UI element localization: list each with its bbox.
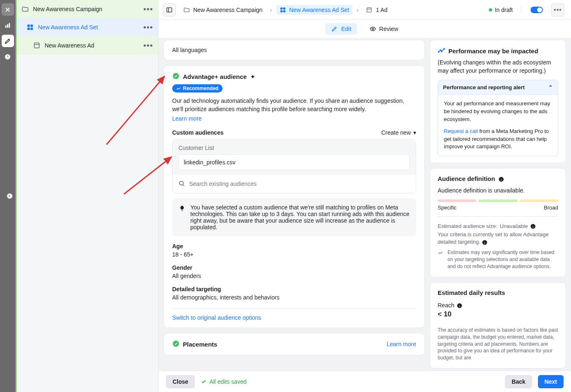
criteria-note: Your criteria is currently set to allow … xyxy=(438,231,549,245)
center-pane: All languages Advantage+ audience ✦ Reco… xyxy=(163,38,425,371)
alert-body-1: Your ad performance and measurement may … xyxy=(444,100,552,124)
close-icon[interactable] xyxy=(2,3,14,16)
caret-down-icon: ▾ xyxy=(413,129,416,136)
alert-toggle[interactable]: Performance and reporting alert ⌃ xyxy=(438,80,558,95)
customer-list-label: Customer List xyxy=(178,145,410,151)
trend-icon xyxy=(438,250,443,257)
ad-icon xyxy=(33,42,40,49)
audience-def-unavailable: Audience definition is unavailable. xyxy=(438,187,558,194)
gender-label: Gender xyxy=(172,264,416,271)
tree-adset[interactable]: New Awareness Ad Set ••• xyxy=(17,18,158,36)
campaign-toggle[interactable] xyxy=(531,7,543,13)
age-label: Age xyxy=(172,243,416,249)
main: New Awareness Campaign › New Awareness A… xyxy=(159,0,571,392)
check-icon xyxy=(172,340,180,349)
age-value: 18 - 65+ xyxy=(172,251,416,258)
tab-edit[interactable]: Edit xyxy=(325,23,357,35)
placements-title: Placements xyxy=(183,341,217,348)
info-icon[interactable] xyxy=(498,175,504,182)
breadcrumb-campaign[interactable]: New Awareness Campaign xyxy=(180,5,266,15)
audience-box: Customer List linkedin_profiles.csv xyxy=(172,139,416,193)
status-draft: In draft xyxy=(489,7,513,13)
learn-more-link[interactable]: Learn more xyxy=(172,115,202,122)
audience-chip[interactable]: linkedin_profiles.csv xyxy=(178,154,410,170)
breadcrumb-adset[interactable]: New Awareness Ad Set xyxy=(276,5,353,15)
audience-card: Advantage+ audience ✦ Recommended Our ad… xyxy=(163,65,425,328)
performance-icon xyxy=(438,47,445,55)
svg-rect-6 xyxy=(31,24,33,27)
info-icon[interactable] xyxy=(530,223,536,229)
svg-rect-1 xyxy=(7,24,8,27)
svg-point-21 xyxy=(440,50,441,50)
svg-point-19 xyxy=(173,340,179,347)
daily-results-card: Estimated daily results Reach < 10 The a… xyxy=(430,282,566,368)
info-icon[interactable] xyxy=(457,302,462,309)
reach-value: < 10 xyxy=(438,310,558,318)
svg-point-18 xyxy=(180,181,183,185)
chevron-right-icon: › xyxy=(357,7,359,13)
bar-specific: Specific xyxy=(438,204,457,211)
svg-rect-10 xyxy=(167,7,172,12)
status-dot-icon xyxy=(489,8,492,12)
audience-desc: Our ad technology automatically finds yo… xyxy=(172,97,416,114)
audience-definition-card: Audience definition Audience definition … xyxy=(430,168,566,277)
check-icon xyxy=(172,72,180,81)
languages-card: All languages xyxy=(163,40,425,60)
svg-rect-9 xyxy=(34,43,39,48)
breadcrumb-ad[interactable]: 1 Ad xyxy=(363,5,391,15)
sparkle-icon: ✦ xyxy=(250,73,256,81)
back-button[interactable]: Back xyxy=(505,375,532,388)
svg-point-20 xyxy=(438,52,439,52)
bar-broad: Broad xyxy=(544,204,558,211)
svg-rect-11 xyxy=(280,7,282,10)
svg-rect-8 xyxy=(31,28,33,30)
placements-learn-link[interactable]: Learn more xyxy=(386,341,416,347)
left-rail xyxy=(0,0,17,392)
performance-alert: Performance and reporting alert ⌃ Your a… xyxy=(438,80,558,156)
pencil-icon[interactable] xyxy=(2,35,14,47)
tiles-icon xyxy=(26,24,34,31)
est-size-value: Unavailable xyxy=(500,223,528,229)
tab-review[interactable]: Review xyxy=(364,23,404,35)
audience-search-input[interactable] xyxy=(189,181,410,187)
info-icon[interactable] xyxy=(482,239,488,245)
tree-campaign-label: New Awareness Campaign xyxy=(33,6,102,12)
tree-campaign[interactable]: New Awareness Campaign ••• xyxy=(17,0,158,18)
create-new-dropdown[interactable]: Create new ▾ xyxy=(381,129,416,136)
right-pane: Performance may be impacted (Evolving ch… xyxy=(430,38,566,371)
chevron-right-icon: › xyxy=(270,7,272,13)
chevron-left-icon[interactable] xyxy=(3,190,16,202)
clock-icon[interactable] xyxy=(2,50,14,63)
switch-audience-link[interactable]: Switch to original audience options xyxy=(172,314,261,321)
search-icon xyxy=(178,180,185,188)
audience-bar xyxy=(438,200,558,202)
nav-tree: New Awareness Campaign ••• New Awareness… xyxy=(17,0,159,392)
gender-value: All genders xyxy=(172,273,416,279)
request-call-link[interactable]: Request a call xyxy=(444,128,478,134)
next-button[interactable]: Next xyxy=(538,375,564,388)
folder-icon xyxy=(21,5,29,13)
svg-rect-13 xyxy=(280,10,282,12)
audience-search[interactable] xyxy=(173,175,416,193)
svg-rect-5 xyxy=(27,24,30,27)
tree-ad-label: New Awareness Ad xyxy=(45,42,94,49)
tree-adset-label: New Awareness Ad Set xyxy=(38,24,98,31)
dt-value: All demographics, interests and behavior… xyxy=(172,294,416,301)
est-size-label: Estimated audience size: xyxy=(438,223,498,229)
more-icon[interactable]: ••• xyxy=(551,3,564,17)
close-button[interactable]: Close xyxy=(166,375,195,388)
audience-info: You have selected a custom audience that… xyxy=(172,198,416,236)
chart-icon[interactable] xyxy=(2,19,14,31)
save-status: All edits saved xyxy=(201,378,246,385)
svg-rect-2 xyxy=(9,23,10,27)
daily-disclaimer: The accuracy of estimates is based on fa… xyxy=(438,327,558,361)
svg-rect-14 xyxy=(283,10,285,12)
svg-point-16 xyxy=(372,28,374,30)
svg-rect-7 xyxy=(27,28,30,30)
panel-toggle-icon[interactable] xyxy=(163,3,176,17)
dt-label: Detailed targeting xyxy=(172,286,416,292)
performance-sub: (Evolving changes within the ads ecosyst… xyxy=(438,59,558,75)
tree-ad[interactable]: New Awareness Ad ••• xyxy=(17,36,158,55)
svg-rect-12 xyxy=(283,7,285,10)
tabs: Edit Review xyxy=(159,20,571,38)
